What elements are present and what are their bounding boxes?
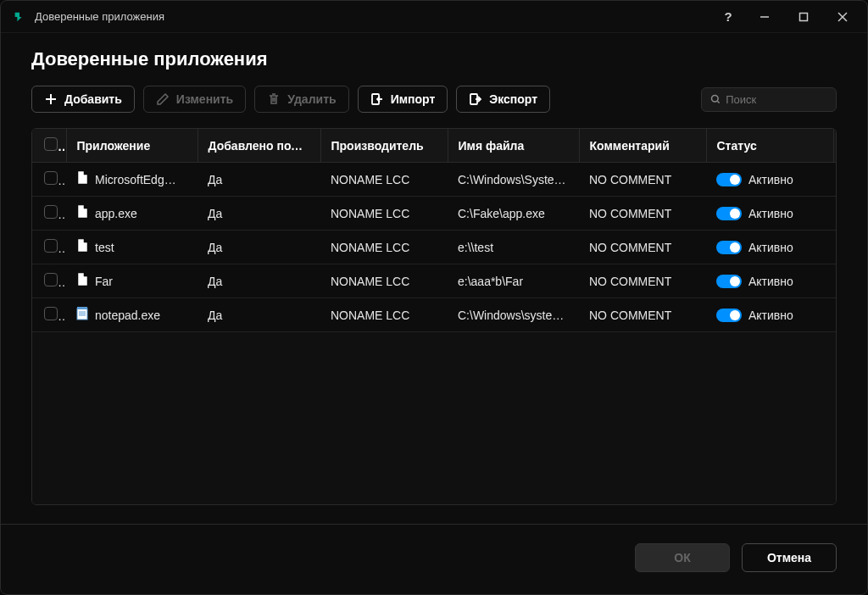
cell-filename: C:\Windows\system…: [448, 298, 579, 332]
cell-comment: NO COMMENT: [579, 231, 706, 264]
cell-app: Far: [95, 275, 113, 288]
close-button[interactable]: [825, 4, 860, 30]
app-file-icon: [76, 273, 88, 289]
table-row[interactable]: notepad.exeДаNONAME LCCC:\Windows\system…: [32, 298, 837, 332]
titlebar: Доверенные приложения ?: [1, 1, 867, 33]
app-file-icon: [76, 307, 88, 323]
cell-status: Активно: [748, 241, 793, 254]
cell-status: Активно: [748, 207, 793, 220]
app-file-icon: [76, 205, 88, 221]
status-toggle[interactable]: [716, 309, 742, 322]
edit-label: Изменить: [176, 92, 233, 106]
minimize-button[interactable]: [747, 4, 782, 30]
cell-app: notepad.exe: [95, 309, 160, 322]
window-title: Доверенные приложения: [35, 10, 713, 23]
cell-manufacturer: NONAME LCC: [320, 231, 448, 264]
row-checkbox[interactable]: [44, 171, 58, 185]
close-icon: [837, 11, 849, 23]
window-controls: ?: [713, 4, 860, 30]
cell-app: MicrosoftEdg…: [95, 173, 176, 186]
help-button[interactable]: ?: [713, 4, 743, 30]
content: Доверенные приложения Добавить Изменить …: [1, 33, 867, 505]
minimize-icon: [759, 11, 771, 23]
cell-status: Активно: [748, 309, 793, 322]
svg-rect-1: [800, 13, 808, 20]
plus-icon: [44, 92, 58, 106]
edit-button[interactable]: Изменить: [143, 86, 246, 113]
cell-manufacturer: NONAME LCC: [320, 264, 448, 298]
pencil-icon: [156, 92, 170, 106]
cell-filename: C:\Fake\app.exe: [448, 197, 579, 231]
ok-button[interactable]: ОК: [635, 543, 730, 572]
status-toggle[interactable]: [716, 207, 742, 220]
cell-added: Да: [198, 264, 320, 298]
apps-table: Приложение Добавлено польз… Производител…: [31, 128, 837, 505]
import-label: Импорт: [391, 92, 436, 106]
cell-comment: NO COMMENT: [579, 264, 706, 298]
cell-added: Да: [198, 231, 320, 264]
toolbar: Добавить Изменить Удалить Импорт: [31, 86, 837, 113]
table-row[interactable]: testДаNONAME LCCe:\\testNO COMMENTАктивн…: [32, 231, 837, 264]
cell-app: app.exe: [95, 207, 137, 220]
app-file-icon: [76, 171, 88, 187]
header-status[interactable]: Статус: [706, 129, 833, 163]
cell-status: Активно: [748, 275, 793, 288]
svg-rect-11: [77, 307, 87, 309]
header-filename[interactable]: Имя файла: [448, 129, 579, 163]
import-button[interactable]: Импорт: [358, 86, 448, 113]
row-checkbox[interactable]: [44, 273, 58, 286]
maximize-button[interactable]: [786, 4, 821, 30]
cancel-button[interactable]: Отмена: [742, 543, 837, 572]
cell-manufacturer: NONAME LCC: [320, 298, 448, 332]
dialog-footer: ОК Отмена: [1, 524, 867, 594]
maximize-icon: [798, 11, 810, 23]
row-checkbox[interactable]: [44, 239, 58, 253]
table-row[interactable]: MicrosoftEdg…ДаNONAME LCCC:\Windows\Syst…: [32, 163, 837, 197]
export-label: Экспорт: [489, 92, 537, 106]
header-comment[interactable]: Комментарий: [579, 129, 706, 163]
table-header-row: Приложение Добавлено польз… Производител…: [32, 129, 837, 163]
cell-status: Активно: [748, 173, 793, 186]
delete-button[interactable]: Удалить: [254, 86, 348, 113]
cell-filename: e:\\test: [448, 231, 579, 264]
trash-icon: [267, 92, 281, 106]
cell-added: Да: [198, 298, 320, 332]
header-checkbox[interactable]: [32, 129, 66, 163]
status-toggle[interactable]: [716, 173, 742, 186]
header-spacer: [833, 129, 837, 163]
cell-filename: C:\Windows\System…: [448, 163, 579, 197]
table-row[interactable]: FarДаNONAME LCCe:\aaa*b\FarNO COMMENTАкт…: [32, 264, 837, 298]
add-label: Добавить: [64, 92, 122, 106]
table-empty-area: [32, 332, 836, 504]
export-icon: [469, 92, 482, 106]
export-button[interactable]: Экспорт: [456, 86, 550, 113]
svg-point-8: [712, 95, 719, 102]
cell-manufacturer: NONAME LCC: [320, 197, 448, 231]
search-field[interactable]: [701, 87, 837, 112]
status-toggle[interactable]: [716, 275, 742, 288]
cell-added: Да: [198, 163, 320, 197]
header-added[interactable]: Добавлено польз…: [198, 129, 320, 163]
search-input[interactable]: [726, 93, 827, 106]
row-checkbox[interactable]: [44, 205, 58, 219]
cell-comment: NO COMMENT: [579, 298, 706, 332]
app-window: Доверенные приложения ? Доверенные прило…: [0, 0, 868, 595]
search-icon: [710, 93, 721, 105]
header-app[interactable]: Приложение: [66, 129, 198, 163]
cell-app: test: [95, 241, 114, 254]
svg-line-9: [717, 101, 719, 103]
delete-label: Удалить: [287, 92, 336, 106]
app-logo-icon: [13, 10, 26, 24]
add-button[interactable]: Добавить: [31, 86, 135, 113]
page-title: Доверенные приложения: [31, 48, 837, 70]
cell-filename: e:\aaa*b\Far: [448, 264, 579, 298]
row-checkbox[interactable]: [44, 307, 58, 320]
cell-added: Да: [198, 197, 320, 231]
table-row[interactable]: app.exeДаNONAME LCCC:\Fake\app.exeNO COM…: [32, 197, 837, 231]
import-icon: [370, 92, 384, 106]
app-file-icon: [76, 239, 88, 255]
header-manufacturer[interactable]: Производитель: [320, 129, 448, 163]
cell-comment: NO COMMENT: [579, 163, 706, 197]
status-toggle[interactable]: [716, 241, 742, 254]
cell-comment: NO COMMENT: [579, 197, 706, 231]
